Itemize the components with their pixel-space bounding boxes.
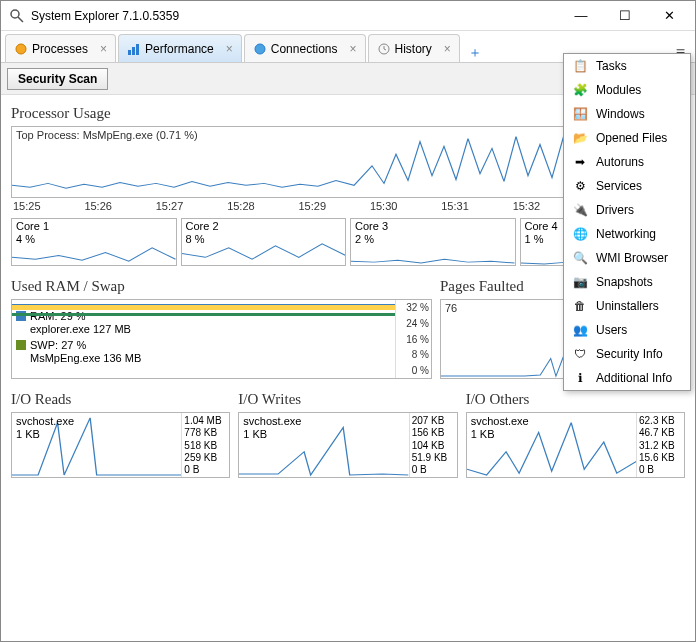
menu-item-modules[interactable]: 🧩Modules xyxy=(564,78,690,102)
menu-icon: 🧩 xyxy=(572,82,588,98)
menu-icon: 🔌 xyxy=(572,202,588,218)
io-process: svchost.exe xyxy=(243,415,301,427)
menu-item-services[interactable]: ⚙Services xyxy=(564,174,690,198)
svg-rect-5 xyxy=(136,44,139,55)
menu-item-security-info[interactable]: 🛡Security Info xyxy=(564,342,690,366)
close-button[interactable]: ✕ xyxy=(647,2,691,30)
core-value: 1 % xyxy=(525,233,544,245)
ram-label: RAM: 29 % xyxy=(30,310,86,322)
add-tab-button[interactable]: ＋ xyxy=(462,44,488,62)
tab-close-icon[interactable]: × xyxy=(444,42,451,56)
io-others-block: I/O Otherssvchost.exe1 KB62.3 KB46.7 KB3… xyxy=(466,387,685,478)
menu-icon: 👥 xyxy=(572,322,588,338)
window-title: System Explorer 7.1.0.5359 xyxy=(31,9,559,23)
x-tick: 15:30 xyxy=(370,200,398,212)
tab-performance[interactable]: Performance × xyxy=(118,34,242,62)
menu-label: Uninstallers xyxy=(596,299,659,313)
menu-item-opened-files[interactable]: 📂Opened Files xyxy=(564,126,690,150)
tab-close-icon[interactable]: × xyxy=(349,42,356,56)
menu-item-snapshots[interactable]: 📷Snapshots xyxy=(564,270,690,294)
ram-chart: RAM: 29 % explorer.exe 127 MB SWP: 27 % … xyxy=(11,299,432,379)
menu-item-uninstallers[interactable]: 🗑Uninstallers xyxy=(564,294,690,318)
pages-current: 76 xyxy=(445,302,457,314)
menu-label: Security Info xyxy=(596,347,663,361)
ram-scale: 32 %24 %16 %8 %0 % xyxy=(395,300,431,378)
tab-label: Connections xyxy=(271,42,338,56)
io-value: 1 KB xyxy=(16,428,40,440)
tab-label: History xyxy=(395,42,432,56)
io-title: I/O Others xyxy=(466,391,685,408)
menu-label: Tasks xyxy=(596,59,627,73)
tab-connections[interactable]: Connections × xyxy=(244,34,366,62)
maximize-button[interactable]: ☐ xyxy=(603,2,647,30)
menu-item-drivers[interactable]: 🔌Drivers xyxy=(564,198,690,222)
top-process-label: Top Process: MsMpEng.exe (0.71 %) xyxy=(16,129,198,141)
io-writes-block: I/O Writessvchost.exe1 KB207 KB156 KB104… xyxy=(238,387,457,478)
tab-history[interactable]: History × xyxy=(368,34,460,62)
menu-icon: 🗑 xyxy=(572,298,588,314)
clock-icon xyxy=(377,42,391,56)
chart-icon xyxy=(127,42,141,56)
menu-label: Modules xyxy=(596,83,641,97)
ram-block: Used RAM / Swap RAM: 29 % explorer.exe 1… xyxy=(11,274,432,379)
io-value: 1 KB xyxy=(243,428,267,440)
io-scale: 62.3 KB46.7 KB31.2 KB15.6 KB0 B xyxy=(636,413,684,477)
tab-processes[interactable]: Processes × xyxy=(5,34,116,62)
io-chart: svchost.exe1 KB1.04 MB778 KB518 KB259 KB… xyxy=(11,412,230,478)
core-value: 4 % xyxy=(16,233,35,245)
menu-label: Snapshots xyxy=(596,275,653,289)
swap-bar xyxy=(12,313,395,316)
x-tick: 15:28 xyxy=(227,200,255,212)
svg-line-1 xyxy=(18,17,23,22)
menu-icon: 🔍 xyxy=(572,250,588,266)
tab-close-icon[interactable]: × xyxy=(226,42,233,56)
security-scan-button[interactable]: Security Scan xyxy=(7,68,108,90)
menu-item-networking[interactable]: 🌐Networking xyxy=(564,222,690,246)
core-chart: Core 32 % xyxy=(350,218,516,266)
menu-label: Services xyxy=(596,179,642,193)
io-title: I/O Writes xyxy=(238,391,457,408)
x-tick: 15:31 xyxy=(441,200,469,212)
menu-item-wmi-browser[interactable]: 🔍WMI Browser xyxy=(564,246,690,270)
menu-label: Additional Info xyxy=(596,371,672,385)
svg-point-2 xyxy=(16,44,26,54)
io-chart: svchost.exe1 KB207 KB156 KB104 KB51.9 KB… xyxy=(238,412,457,478)
x-tick: 15:25 xyxy=(13,200,41,212)
menu-icon: 📂 xyxy=(572,130,588,146)
swap-label: SWP: 27 % xyxy=(30,339,86,351)
ram-top-process: explorer.exe 127 MB xyxy=(30,323,391,335)
io-scale: 207 KB156 KB104 KB51.9 KB0 B xyxy=(409,413,457,477)
menu-icon: 🛡 xyxy=(572,346,588,362)
ram-bar xyxy=(12,304,395,310)
ram-title: Used RAM / Swap xyxy=(11,278,432,295)
menu-icon: 🌐 xyxy=(572,226,588,242)
tabs-dropdown-menu: 📋Tasks🧩Modules🪟Windows📂Opened Files➡Auto… xyxy=(563,53,691,391)
menu-label: Opened Files xyxy=(596,131,667,145)
menu-icon: ℹ xyxy=(572,370,588,386)
menu-icon: ➡ xyxy=(572,154,588,170)
svg-point-0 xyxy=(11,10,19,18)
svg-rect-3 xyxy=(128,50,131,55)
minimize-button[interactable]: — xyxy=(559,2,603,30)
globe-icon xyxy=(253,42,267,56)
swap-swatch xyxy=(16,340,26,350)
menu-icon: 🪟 xyxy=(572,106,588,122)
menu-item-additional-info[interactable]: ℹAdditional Info xyxy=(564,366,690,390)
menu-item-autoruns[interactable]: ➡Autoruns xyxy=(564,150,690,174)
core-name: Core 3 xyxy=(355,220,388,232)
menu-item-users[interactable]: 👥Users xyxy=(564,318,690,342)
swap-top-process: MsMpEng.exe 136 MB xyxy=(30,352,391,364)
menu-item-tasks[interactable]: 📋Tasks xyxy=(564,54,690,78)
menu-label: Windows xyxy=(596,107,645,121)
io-process: svchost.exe xyxy=(471,415,529,427)
menu-item-windows[interactable]: 🪟Windows xyxy=(564,102,690,126)
tab-close-icon[interactable]: × xyxy=(100,42,107,56)
io-scale: 1.04 MB778 KB518 KB259 KB0 B xyxy=(181,413,229,477)
io-value: 1 KB xyxy=(471,428,495,440)
io-title: I/O Reads xyxy=(11,391,230,408)
tab-label: Performance xyxy=(145,42,214,56)
menu-icon: ⚙ xyxy=(572,178,588,194)
menu-icon: 📋 xyxy=(572,58,588,74)
menu-label: WMI Browser xyxy=(596,251,668,265)
io-process: svchost.exe xyxy=(16,415,74,427)
